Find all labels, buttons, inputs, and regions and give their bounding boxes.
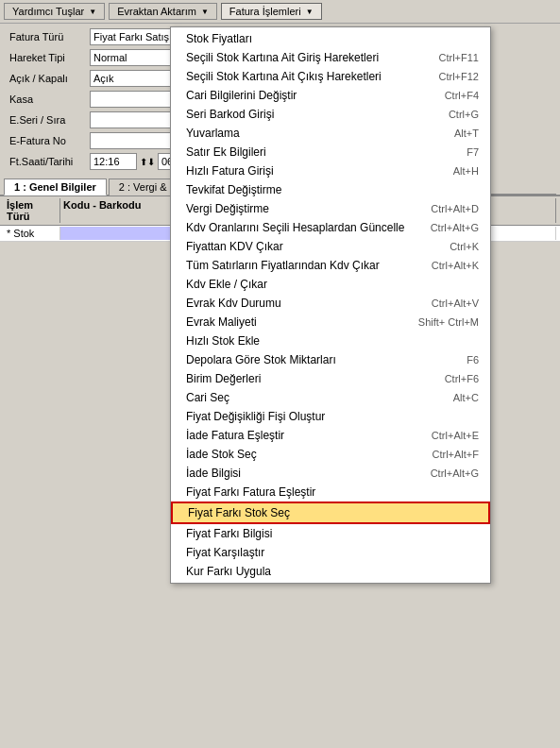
menu-item-shortcut-15: Shift+ Ctrl+M <box>418 316 479 328</box>
menu-item-14[interactable]: Evrak Kdv DurumuCtrl+Alt+V <box>171 294 490 313</box>
evraktan-aktarim-button[interactable]: Evraktan Aktarım ▼ <box>109 3 217 20</box>
menu-item-shortcut-18: Ctrl+F6 <box>445 373 479 384</box>
menu-item-label-16: Hızlı Stok Ekle <box>186 334 260 348</box>
menu-item-label-11: Fiyattan KDV Çıkar <box>186 240 283 253</box>
menu-item-23[interactable]: İade BilgisiCtrl+Alt+G <box>171 464 490 483</box>
fatura-islemleri-dropdown: Stok FiyatlarıSeçili Stok Kartına Ait Gi… <box>170 26 491 584</box>
menu-item-12[interactable]: Tüm Satırların Fiyatlarından Kdv ÇıkarCt… <box>171 256 490 275</box>
menu-item-shortcut-2: Ctrl+F12 <box>439 71 480 82</box>
menu-item-label-14: Evrak Kdv Durumu <box>186 297 281 310</box>
eseri-label: E.Seri / Sıra <box>6 110 86 130</box>
kasa-label: Kasa <box>6 89 86 110</box>
menu-item-label-12: Tüm Satırların Fiyatlarından Kdv Çıkar <box>186 259 380 272</box>
menu-item-shortcut-10: Ctrl+Alt+G <box>431 222 479 233</box>
menu-item-shortcut-14: Ctrl+Alt+V <box>432 298 479 309</box>
time-spinner-icon[interactable]: ⬆⬇ <box>140 157 155 167</box>
menu-item-shortcut-6: F7 <box>467 146 479 158</box>
menu-item-21[interactable]: İade Fatura EşleştirCtrl+Alt+E <box>171 426 490 445</box>
saati-label: Ft.Saati/Tarihi <box>6 151 86 172</box>
menu-item-shortcut-7: Alt+H <box>453 165 479 177</box>
menu-item-25[interactable]: Fiyat Farkı Stok Seç <box>171 502 490 524</box>
menu-item-5[interactable]: YuvarlamaAlt+T <box>171 124 490 143</box>
menu-item-18[interactable]: Birim DeğerleriCtrl+F6 <box>171 369 490 388</box>
menu-item-label-5: Yuvarlama <box>186 127 240 140</box>
menu-item-24[interactable]: Fiyat Farkı Fatura Eşleştir <box>171 483 490 502</box>
menu-item-26[interactable]: Fiyat Farkı Bilgisi <box>171 524 490 543</box>
menu-item-label-15: Evrak Maliyeti <box>186 315 257 329</box>
menu-item-label-2: Seçili Stok Kartına Ait Çıkış Hareketler… <box>186 70 382 83</box>
menu-item-label-3: Cari Bilgilerini Değiştir <box>186 89 297 102</box>
menu-item-shortcut-4: Ctrl+G <box>449 109 479 120</box>
menu-item-label-19: Cari Seç <box>186 391 229 404</box>
menu-item-0[interactable]: Stok Fiyatları <box>171 29 490 48</box>
menu-item-label-24: Fiyat Farkı Fatura Eşleştir <box>186 485 315 499</box>
menu-item-shortcut-19: Alt+C <box>453 392 479 403</box>
menu-item-label-0: Stok Fiyatları <box>186 32 252 45</box>
menu-item-label-22: İade Stok Seç <box>186 448 257 461</box>
menu-item-shortcut-22: Ctrl+Alt+F <box>432 449 479 460</box>
menu-item-shortcut-1: Ctrl+F11 <box>439 52 480 63</box>
menu-item-16[interactable]: Hızlı Stok Ekle <box>171 332 490 350</box>
menu-item-3[interactable]: Cari Bilgilerini DeğiştirCtrl+F4 <box>171 86 490 105</box>
menu-item-4[interactable]: Seri Barkod GirişiCtrl+G <box>171 105 490 124</box>
menu-item-label-28: Kur Farkı Uygula <box>186 565 271 578</box>
cell-kodu-barkodu[interactable] <box>60 227 174 240</box>
menu-item-6[interactable]: Satır Ek BilgileriF7 <box>171 143 490 162</box>
menu-item-label-18: Birim Değerleri <box>186 372 261 385</box>
menu-item-20[interactable]: Fiyat Değişikliği Fişi Oluştur <box>171 407 490 426</box>
menu-item-shortcut-23: Ctrl+Alt+G <box>431 468 479 479</box>
menu-item-label-27: Fiyat Karşılaştır <box>186 546 264 559</box>
menu-item-9[interactable]: Vergi DeğiştirmeCtrl+Alt+D <box>171 199 490 218</box>
menu-item-7[interactable]: Hızlı Fatura GirişiAlt+H <box>171 162 490 180</box>
menu-item-19[interactable]: Cari SeçAlt+C <box>171 388 490 407</box>
menu-item-shortcut-17: F6 <box>467 354 479 366</box>
evraktan-arrow-icon: ▼ <box>201 8 209 16</box>
menu-item-17[interactable]: Depolara Göre Stok MiktarlarıF6 <box>171 350 490 369</box>
menu-item-2[interactable]: Seçili Stok Kartına Ait Çıkış Hareketler… <box>171 67 490 86</box>
menu-item-13[interactable]: Kdv Ekle / Çıkar <box>171 275 490 294</box>
saati-input[interactable] <box>90 153 137 170</box>
menu-item-shortcut-3: Ctrl+F4 <box>445 90 479 101</box>
efatura-label: E-Fatura No <box>6 130 86 151</box>
kodu-barkodu-input[interactable] <box>63 228 170 239</box>
cell-islem-turu: * Stok <box>4 227 60 240</box>
menu-item-27[interactable]: Fiyat Karşılaştır <box>171 543 490 562</box>
menu-item-label-4: Seri Barkod Girişi <box>186 108 274 121</box>
menu-item-label-6: Satır Ek Bilgileri <box>186 145 266 159</box>
hareket-tipi-label: Hareket Tipi <box>6 47 86 68</box>
yardimci-tuslar-button[interactable]: Yardımcı Tuşlar ▼ <box>4 3 105 20</box>
menu-item-10[interactable]: Kdv Oranlarını Seçili Hesaplardan Güncel… <box>171 218 490 237</box>
menu-item-label-7: Hızlı Fatura Girişi <box>186 164 274 178</box>
menu-item-label-21: İade Fatura Eşleştir <box>186 429 284 442</box>
menu-item-label-20: Fiyat Değişikliği Fişi Oluştur <box>186 410 325 423</box>
menu-item-shortcut-11: Ctrl+K <box>450 241 479 252</box>
fatura-turu-label: Fatura Türü <box>6 26 86 47</box>
menu-item-shortcut-5: Alt+T <box>454 128 479 139</box>
menu-item-15[interactable]: Evrak MaliyetiShift+ Ctrl+M <box>171 313 490 332</box>
evraktan-aktarim-label: Evraktan Aktarım <box>117 6 196 17</box>
acik-kapali-label: Açık / Kapalı <box>6 68 86 89</box>
col-kodu-barkodu: Kodu - Barkodu <box>60 198 174 223</box>
menu-item-shortcut-21: Ctrl+Alt+E <box>432 430 479 441</box>
menu-item-1[interactable]: Seçili Stok Kartına Ait Giriş Hareketler… <box>171 48 490 67</box>
menu-item-label-10: Kdv Oranlarını Seçili Hesaplardan Güncel… <box>186 221 404 234</box>
menu-item-11[interactable]: Fiyattan KDV ÇıkarCtrl+K <box>171 237 490 256</box>
fatura-islemleri-button[interactable]: Fatura İşlemleri ▼ <box>221 3 322 20</box>
menu-item-label-23: İade Bilgisi <box>186 467 241 480</box>
menu-item-label-1: Seçili Stok Kartına Ait Giriş Hareketler… <box>186 51 379 64</box>
fatura-islemleri-label: Fatura İşlemleri <box>229 6 301 17</box>
fatura-arrow-icon: ▼ <box>306 8 314 16</box>
menu-item-label-13: Kdv Ekle / Çıkar <box>186 278 267 291</box>
menu-item-28[interactable]: Kur Farkı Uygula <box>171 562 490 581</box>
menu-item-label-26: Fiyat Farkı Bilgisi <box>186 527 272 540</box>
menu-item-label-9: Vergi Değiştirme <box>186 202 269 215</box>
yardimci-arrow-icon: ▼ <box>89 8 96 16</box>
tab-genel-bilgiler[interactable]: 1 : Genel Bilgiler <box>4 178 107 196</box>
menu-item-label-8: Tevkifat Değiştirme <box>186 183 281 196</box>
menu-item-8[interactable]: Tevkifat Değiştirme <box>171 180 490 199</box>
toolbar: Yardımcı Tuşlar ▼ Evraktan Aktarım ▼ Fat… <box>0 0 560 24</box>
yardimci-tuslar-label: Yardımcı Tuşlar <box>12 6 84 17</box>
menu-item-label-17: Depolara Göre Stok Miktarları <box>186 353 336 366</box>
menu-item-22[interactable]: İade Stok SeçCtrl+Alt+F <box>171 445 490 464</box>
menu-item-label-25: Fiyat Farkı Stok Seç <box>188 506 290 519</box>
